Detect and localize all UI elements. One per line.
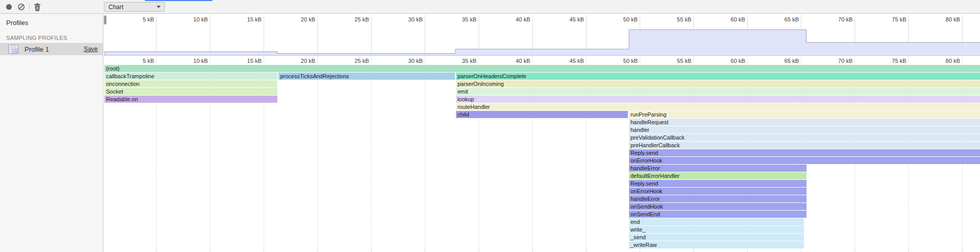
flame-bar[interactable]: Readable.on: [104, 96, 277, 103]
record-button[interactable]: [4, 2, 14, 12]
overview-tick-label: 65 kB: [767, 16, 799, 22]
flame-bar[interactable]: Socket: [104, 88, 277, 95]
flame-bar[interactable]: end: [629, 218, 804, 225]
flame-bar[interactable]: handler: [629, 126, 980, 133]
vertical-scrollbar-thumb[interactable]: [104, 15, 106, 25]
memory-profiler-panel: Chart Profiles SAMPLING PROFILES % Profi…: [0, 0, 980, 252]
flame-bar[interactable]: _writeRaw: [629, 241, 804, 248]
flame-bar[interactable]: runPreParsing: [629, 111, 980, 118]
overview-tick-label: 15 kB: [230, 16, 262, 22]
profile-list-item[interactable]: % Profile 1 Save: [0, 43, 103, 55]
chevron-down-icon: [157, 6, 161, 8]
overview-tick-label: 80 kB: [928, 16, 960, 22]
overview-tick-label: 35 kB: [445, 16, 476, 22]
profile-document-icon: %: [8, 44, 19, 54]
flame-ruler-tick-label: 45 kB: [552, 58, 584, 64]
flame-bar[interactable]: onErrorHook: [629, 157, 980, 164]
flame-bar[interactable]: parserOnHeadersComplete: [456, 73, 980, 80]
flame-bar[interactable]: (root): [104, 65, 980, 72]
flame-rows: (root)callbackTrampolineprocessTicksAndR…: [104, 65, 980, 252]
flame-bar[interactable]: emit: [456, 88, 980, 95]
flame-bar[interactable]: onconnection: [104, 80, 277, 87]
overview-tick-label: 25 kB: [337, 16, 369, 22]
flame-ruler-tick-label: 55 kB: [660, 58, 691, 64]
flame-bar[interactable]: preHandlerCallback: [629, 142, 980, 149]
chart-view-select[interactable]: Chart: [104, 2, 165, 12]
overview-tick-label: 50 kB: [606, 16, 638, 22]
top-toolbar: Chart: [0, 0, 980, 14]
chart-view-select-label: Chart: [104, 4, 157, 11]
flame-bar[interactable]: parserOnIncoming: [456, 80, 980, 87]
flame-ruler-tick-label: 60 kB: [713, 58, 745, 64]
delete-profile-button[interactable]: [32, 2, 42, 12]
overview-tick-label: 55 kB: [660, 16, 691, 22]
flame-bar[interactable]: onSendEnd: [629, 211, 807, 218]
flame-ruler-tick-label: 10 kB: [176, 58, 208, 64]
flame-bar[interactable]: callbackTrampoline: [104, 73, 277, 80]
flame-ruler-tick-label: 40 kB: [498, 58, 530, 64]
overview-tick-label: 75 kB: [875, 16, 906, 22]
flame-chart-pane: 5 kB5 kB10 kB10 kB15 kB15 kB20 kB20 kB25…: [104, 14, 980, 252]
clear-button[interactable]: [16, 2, 26, 12]
flame-ruler-tick-label: 25 kB: [337, 58, 369, 64]
horizontal-scrollbar-thumb[interactable]: [145, 0, 212, 1]
svg-text:%: %: [14, 50, 17, 53]
profile-name: Profile 1: [25, 45, 84, 53]
flame-bar[interactable]: onErrorHook: [629, 188, 807, 195]
flame-bar[interactable]: write_: [629, 226, 804, 233]
flame-bar[interactable]: lookup: [456, 96, 980, 103]
flame-bar[interactable]: defaultErrorHandler: [629, 172, 807, 179]
flame-bar[interactable]: onSendHook: [629, 203, 807, 210]
overview-tick-label: 5 kB: [122, 16, 154, 22]
overview-tick-label: 20 kB: [284, 16, 315, 22]
flame-bar[interactable]: preValidationCallback: [629, 134, 980, 141]
record-circle-icon: [6, 4, 12, 10]
trash-icon: [34, 3, 41, 11]
flame-bar[interactable]: routeHandler: [456, 103, 980, 110]
flame-ruler-tick-label: 80 kB: [928, 58, 960, 64]
flame-ruler-tick-label: 30 kB: [391, 58, 423, 64]
flame-bar[interactable]: processTicksAndRejections: [278, 73, 454, 80]
flame-bar[interactable]: child: [456, 111, 628, 118]
overview-tick-label: 60 kB: [713, 16, 745, 22]
overview-tick-label: 45 kB: [552, 16, 584, 22]
flame-ruler-tick-label: 75 kB: [875, 58, 906, 64]
flame-bar[interactable]: handleRequest: [629, 119, 980, 126]
sampling-profiles-section-label: SAMPLING PROFILES: [6, 35, 67, 41]
flame-ruler-tick-label: 5 kB: [122, 58, 154, 64]
profiles-title: Profiles: [6, 19, 28, 27]
flame-ruler-tick-label: 20 kB: [284, 58, 315, 64]
overview-tick-label: 40 kB: [498, 16, 530, 22]
flame-bar[interactable]: handleError: [629, 195, 807, 202]
flame-bar[interactable]: handleError: [629, 165, 807, 172]
overview-tick-label: 10 kB: [176, 16, 208, 22]
flame-ruler-tick-label: 15 kB: [230, 58, 262, 64]
clear-icon: [17, 3, 25, 11]
flame-ruler-tick-label: 70 kB: [821, 58, 853, 64]
profiles-sidebar: Profiles SAMPLING PROFILES % Profile 1 S…: [0, 14, 103, 252]
overview-tick-label: 30 kB: [391, 16, 423, 22]
save-profile-link[interactable]: Save: [84, 45, 98, 53]
flame-bar[interactable]: Reply.send: [629, 149, 980, 156]
flame-bar[interactable]: _send: [629, 234, 804, 241]
flame-ruler-tick-label: 35 kB: [445, 58, 476, 64]
flame-ruler-tick-label: 50 kB: [606, 58, 638, 64]
toolbar-separator: [29, 3, 30, 10]
flame-ruler-tick-label: 65 kB: [767, 58, 799, 64]
overview-tick-label: 70 kB: [821, 16, 853, 22]
flame-bar[interactable]: Reply.send: [629, 180, 807, 187]
